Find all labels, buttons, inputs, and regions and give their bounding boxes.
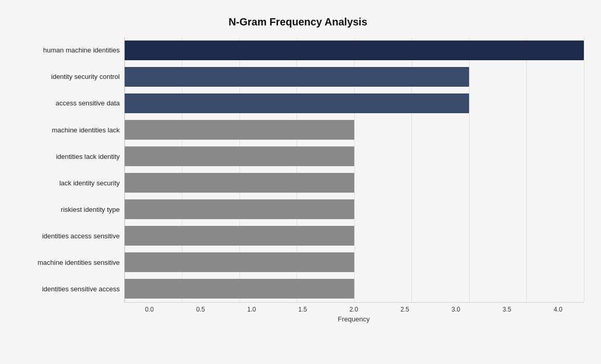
y-axis-label: identities lack identity <box>12 153 120 161</box>
bar-row <box>125 65 584 89</box>
y-axis-label: machine identities lack <box>12 126 120 134</box>
bars-plot <box>124 37 584 303</box>
x-axis-label: 0.5 <box>175 306 226 313</box>
x-axis-label: 1.5 <box>277 306 328 313</box>
y-axis-label: identities access sensitive <box>12 232 120 240</box>
chart-container: N-Gram Frequency Analysis human machine … <box>7 6 594 359</box>
y-axis-label: identities sensitive access <box>12 285 120 293</box>
bar-row <box>125 277 584 301</box>
bar-row <box>125 144 584 168</box>
bar <box>125 173 354 193</box>
bar <box>125 120 354 140</box>
x-axis-labels: 0.00.51.01.52.02.53.03.54.0 <box>124 303 584 313</box>
bar <box>125 252 354 272</box>
x-axis-label: 3.5 <box>482 306 532 313</box>
bar-row <box>125 250 584 274</box>
x-axis-label: 4.0 <box>532 306 583 313</box>
bars-section: human machine identitiesidentity securit… <box>12 37 584 303</box>
x-axis-title: Frequency <box>124 315 584 323</box>
grid-line <box>584 37 584 302</box>
y-axis-label: identity security control <box>12 73 120 81</box>
bar-row <box>125 224 584 248</box>
bar-row <box>125 91 584 115</box>
bar-row <box>125 197 584 221</box>
x-axis-label: 1.0 <box>226 306 277 313</box>
y-axis-label: lack identity security <box>12 179 120 187</box>
bar <box>125 279 354 299</box>
y-axis-label: riskiest identity type <box>12 206 120 214</box>
x-axis-label: 0.0 <box>124 306 175 313</box>
y-axis-label: access sensitive data <box>12 99 120 107</box>
x-axis-label: 2.5 <box>379 306 430 313</box>
bar <box>125 41 584 60</box>
bar <box>125 199 354 219</box>
bar <box>125 67 469 87</box>
bar-row <box>125 118 584 142</box>
bar <box>125 93 469 113</box>
x-axis-label: 3.0 <box>430 306 481 313</box>
bar-row <box>125 171 584 195</box>
chart-title: N-Gram Frequency Analysis <box>12 16 584 28</box>
bar-row <box>125 38 584 62</box>
y-axis-label: machine identities sensitive <box>12 259 120 267</box>
bar <box>125 226 354 246</box>
chart-area: human machine identitiesidentity securit… <box>12 37 584 323</box>
bar <box>125 146 354 166</box>
y-axis-label: human machine identities <box>12 46 120 55</box>
y-labels: human machine identitiesidentity securit… <box>12 37 124 303</box>
x-axis-label: 2.0 <box>328 306 379 313</box>
